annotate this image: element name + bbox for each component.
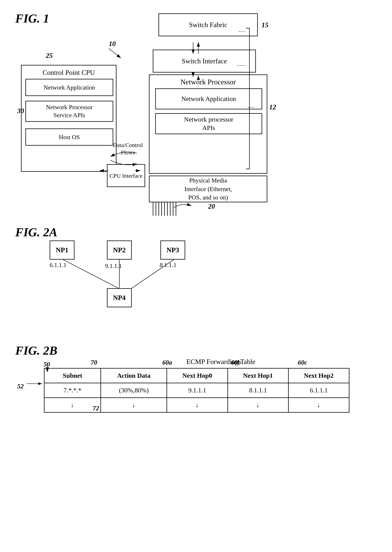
np1-label: 6.1.1.1 [50, 262, 66, 269]
ref-60a: 60a [162, 359, 172, 366]
physical-media-lines [153, 202, 176, 216]
ref-10: 10 [109, 40, 116, 48]
fig1-diagram: FIG. 1 10 Switch Fabric 15 Switch Interf… [15, 11, 377, 214]
table-row-dashes: ↓ ↓ ↓ ↓ ↓ [44, 398, 349, 413]
physical-media-box: Physical Media Interface (Ethernet, POS,… [149, 176, 267, 202]
np-apis-box: Network processor APIs [155, 113, 262, 134]
fig2b-diagram: FIG. 2B 50 ECMP Forwarding Table 70 60a … [15, 344, 377, 428]
switch-interface-box: Switch Interface [153, 50, 256, 73]
ref-72: 72 [93, 405, 99, 412]
fig2b-label: FIG. 2B [15, 344, 57, 358]
row1-hop0: 9.1.1.1 [167, 383, 228, 398]
dash-action: ↓ [101, 398, 167, 413]
dash-subnet: ↓ [44, 398, 101, 413]
ref-60c: 60c [298, 359, 307, 366]
network-processor-title: Network Processor [149, 75, 267, 88]
control-point-cpu-title: Control Point CPU [21, 65, 116, 78]
ref-50: 50 [43, 361, 50, 368]
ref-25: 25 [46, 52, 53, 60]
np3-node: NP3 [160, 241, 185, 260]
ref-52: 52 [17, 383, 24, 390]
fig2a-diagram: FIG. 2A NP1 6.1.1.1 NP2 9.1.1.1 NP3 8.1.… [15, 225, 377, 332]
col-nexthop1: Next Hop1 [228, 368, 288, 383]
table-row: 7.*.*.* (30%,80%) 9.1.1.1 8.1.1.1 6.1.1.… [44, 383, 349, 398]
np1-node: NP1 [50, 241, 75, 260]
col-nexthop2: Next Hop2 [288, 368, 349, 383]
ref-60b: 60b [231, 359, 241, 366]
fig2a-label: FIG. 2A [15, 225, 377, 239]
dash-hop2: ↓ [288, 398, 349, 413]
np-network-application-box: Network Application [155, 88, 262, 109]
ref-70: 70 [91, 359, 97, 366]
cpu-interface-box: CPU Interface [107, 164, 145, 187]
row1-subnet: 7.*.*.* [44, 383, 101, 398]
ecmp-table: Subnet Action Data Next Hop0 Next Hop1 N… [44, 368, 350, 413]
row1-hop1: 8.1.1.1 [228, 383, 288, 398]
np4-node: NP4 [107, 288, 132, 307]
switch-fabric-box: Switch Fabric [159, 13, 258, 36]
col-action: Action Data [101, 368, 167, 383]
row1-hop2: 6.1.1.1 [288, 383, 349, 398]
row1-action: (30%,80%) [101, 383, 167, 398]
table-header-row: Subnet Action Data Next Hop0 Next Hop1 N… [44, 368, 349, 383]
np2-label: 9.1.1.1 [105, 262, 122, 269]
dash-hop0: ↓ [167, 398, 228, 413]
svg-line-2 [109, 48, 121, 58]
ref-15: 15 [262, 21, 268, 29]
cpu-network-application-box: Network Application [25, 79, 113, 96]
ref-30: 30 [17, 107, 24, 115]
dash-hop1: ↓ [228, 398, 288, 413]
np3-label: 8.1.1.1 [160, 262, 176, 269]
ecmp-title: ECMP Forwarding Table [65, 358, 377, 366]
cpu-np-service-apis-box: Network Processor Service APIs [25, 101, 113, 122]
np2-node: NP2 [107, 241, 132, 260]
ref-20: 20 [208, 202, 215, 210]
data-control-flows-label: Data/Control Flows [113, 141, 143, 156]
control-point-cpu-box: Control Point CPU Network Application Ne… [21, 65, 117, 172]
ref-12: 12 [269, 103, 276, 111]
col-subnet: Subnet [44, 368, 101, 383]
col-nexthop0: Next Hop0 [167, 368, 228, 383]
cpu-host-os-box: Host OS [25, 128, 113, 146]
network-processor-outer-box: Network Processor Network Application Ne… [149, 75, 267, 174]
